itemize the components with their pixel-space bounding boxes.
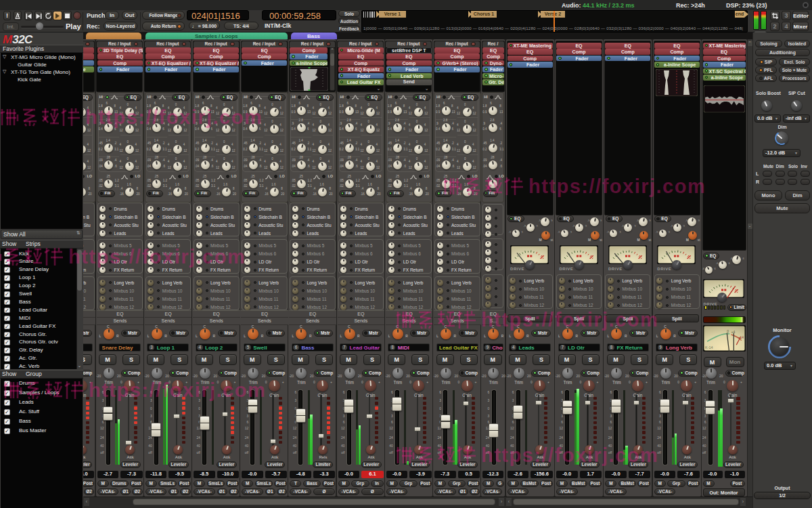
svg-text:K-14: K-14 (705, 345, 713, 350)
svg-text:+14: +14 (738, 335, 744, 339)
svg-text:0: 0 (727, 329, 729, 333)
svg-text:+4: +4 (731, 330, 735, 334)
